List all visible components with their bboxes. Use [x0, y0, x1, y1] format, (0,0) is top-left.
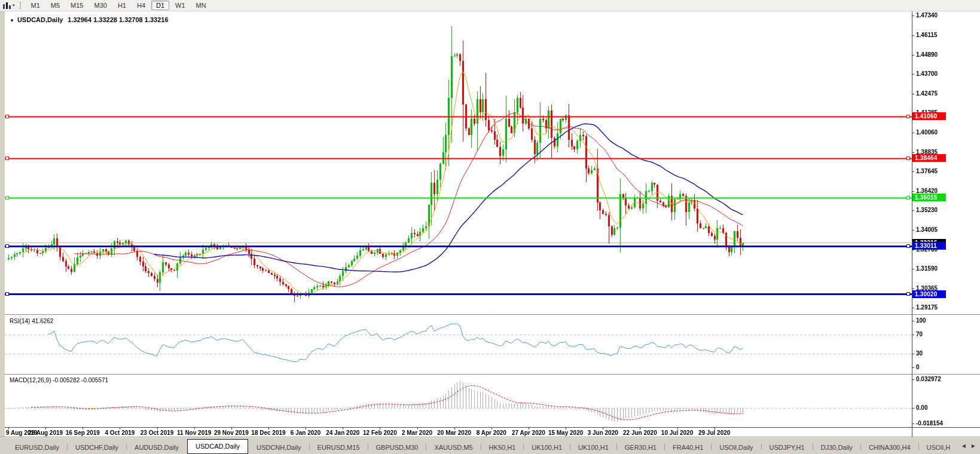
time-axis-label: 28 Aug 2019: [25, 430, 66, 436]
timeframe-button-M30[interactable]: M30: [89, 1, 111, 10]
chart-symbol-period: USDCAD,Daily: [17, 16, 63, 23]
timeframe-button-M5[interactable]: M5: [46, 1, 65, 10]
chart-tab-xauusd-m5[interactable]: XAUUSD,M5: [426, 441, 480, 454]
hline-price-tag: 1.33011: [912, 242, 946, 250]
chart-tab-gbpusd-m30[interactable]: GBPUSD,M30: [368, 441, 426, 454]
rsi-axis-label: 70: [916, 331, 959, 338]
time-axis-label: 6 Jan 2020: [285, 430, 326, 436]
timeframe-button-W1[interactable]: W1: [170, 1, 190, 10]
tab-scroll-left-icon[interactable]: ◀: [962, 443, 966, 449]
price-axis-label: 1.40060: [916, 129, 959, 136]
timeframe-button-MN[interactable]: MN: [191, 1, 211, 10]
price-axis-label: 1.43700: [916, 70, 959, 78]
price-axis-label: 1.44890: [916, 51, 959, 59]
chart-mode-icon[interactable]: [2, 2, 11, 10]
chart-tab-eurusd-m15[interactable]: EURUSD,M15: [310, 441, 368, 454]
time-axis-label: 15 May 2020: [545, 430, 586, 436]
chart-window: ▼USDCAD,Daily1.32964 1.33228 1.32708 1.3…: [5, 11, 980, 437]
time-axis-label: 27 Apr 2020: [508, 430, 549, 436]
chart-title: ▼USDCAD,Daily1.32964 1.33228 1.32708 1.3…: [10, 16, 169, 23]
macd-axis-label: -0.018154: [916, 420, 959, 427]
time-axis-label: 22 Jun 2020: [619, 430, 660, 436]
price-axis-label: 1.47340: [916, 12, 959, 19]
collapse-arrow-icon[interactable]: ▼: [10, 18, 14, 23]
time-axis-label: 8 Apr 2020: [471, 430, 512, 436]
timeframe-button-D1[interactable]: D1: [151, 1, 169, 10]
price-axis-label: 1.35230: [916, 207, 959, 214]
time-axis-label: 24 Jan 2020: [322, 430, 363, 436]
time-axis-label: 20 Mar 2020: [434, 430, 475, 436]
time-axis-label: 12 Feb 2020: [359, 430, 400, 436]
macd-axis-label: 0.032972: [916, 376, 959, 383]
price-axis-label: 1.29175: [916, 304, 959, 311]
time-axis-label: 18 Dec 2019: [248, 430, 289, 436]
tab-scroll-right-icon[interactable]: ▶: [972, 443, 975, 449]
price-axis-label: 1.31590: [916, 265, 959, 272]
chart-tab-china300-h4[interactable]: CHINA300,H4: [861, 441, 918, 454]
price-axis-label: 1.34005: [916, 226, 959, 234]
chart-ohlc-values: 1.32964 1.33228 1.32708 1.33216: [68, 16, 168, 23]
hline-price-tag: 1.30020: [912, 290, 946, 298]
chart-tab-usdcad-daily[interactable]: USDCAD,Daily: [187, 439, 248, 454]
timeframe-buttons: M1M5M15M30H1H4D1W1MN: [26, 1, 212, 10]
rsi-indicator-label: RSI(14) 41.6262: [10, 318, 53, 324]
timeframe-button-M1[interactable]: M1: [26, 1, 45, 10]
rsi-axis-label: 0: [916, 364, 959, 371]
timeframe-button-H1[interactable]: H1: [113, 1, 131, 10]
price-chart-canvas[interactable]: [5, 11, 980, 437]
chart-tab-usoil-h[interactable]: USOil,H: [919, 441, 951, 454]
price-axis-label: 1.37645: [916, 168, 959, 175]
chart-tab-eurusd-daily[interactable]: EURUSD,Daily: [7, 441, 67, 454]
time-axis-label: 3 Jun 2020: [582, 430, 623, 436]
time-axis-label: 29 Nov 2019: [211, 430, 252, 436]
time-axis-label: 11 Nov 2019: [174, 430, 215, 436]
toolbar-grip: [20, 2, 21, 9]
macd-axis-label: 0.00: [916, 404, 959, 412]
rsi-axis-label: 30: [916, 350, 959, 357]
chart-tab-usdchf-daily[interactable]: USDCHF,Daily: [68, 441, 126, 454]
time-axis-label: 29 Jul 2020: [694, 430, 735, 436]
chart-tab-dj30-daily[interactable]: DJ30,Daily: [813, 441, 860, 454]
hline-price-tag: 1.41060: [912, 112, 946, 120]
chart-tab-fra40-h1[interactable]: FRA40,H1: [665, 441, 711, 454]
time-axis-label: 23 Oct 2019: [137, 430, 178, 436]
chart-tab-ger30-h1[interactable]: GER30,H1: [617, 441, 664, 454]
price-axis-label: 1.42475: [916, 90, 959, 97]
time-axis-label: 2 Mar 2020: [397, 430, 438, 436]
chart-tab-audusd-daily[interactable]: AUDUSD,Daily: [127, 441, 187, 454]
hline-price-tag: 1.36015: [912, 194, 946, 201]
timeframe-button-M15[interactable]: M15: [66, 1, 88, 10]
time-axis-label: 16 Sep 2019: [62, 430, 103, 436]
time-axis-label: 10 Jul 2020: [657, 430, 698, 436]
chart-tabbar: EURUSD,DailyUSDCHF,DailyAUDUSD,DailyUSDC…: [0, 437, 980, 454]
chart-tab-uk100-h1[interactable]: UK100,H1: [570, 441, 616, 454]
rsi-axis-label: 100: [916, 317, 959, 324]
chart-tab-usdjpy-h1[interactable]: USDJPY,H1: [762, 441, 813, 454]
chart-tab-uk100-h1[interactable]: UK100,H1: [524, 441, 570, 454]
macd-indicator-label: MACD(12,26,9) -0.005282 -0.005571: [10, 377, 108, 384]
chart-tab-usdcnh-daily[interactable]: USDCNH,Daily: [249, 441, 309, 454]
chart-tab-usoil-daily[interactable]: USOil,Daily: [712, 441, 761, 454]
hline-price-tag: 1.38464: [912, 154, 946, 162]
chevron-down-icon[interactable]: ▾: [13, 3, 15, 8]
price-axis-label: 1.46115: [916, 32, 959, 39]
timeframe-toolbar: ▾ M1M5M15M30H1H4D1W1MN: [0, 0, 980, 11]
timeframe-button-H4[interactable]: H4: [132, 1, 150, 10]
chart-tab-hk50-h1[interactable]: HK50,H1: [481, 441, 524, 454]
time-axis-label: 4 Oct 2019: [99, 430, 140, 436]
